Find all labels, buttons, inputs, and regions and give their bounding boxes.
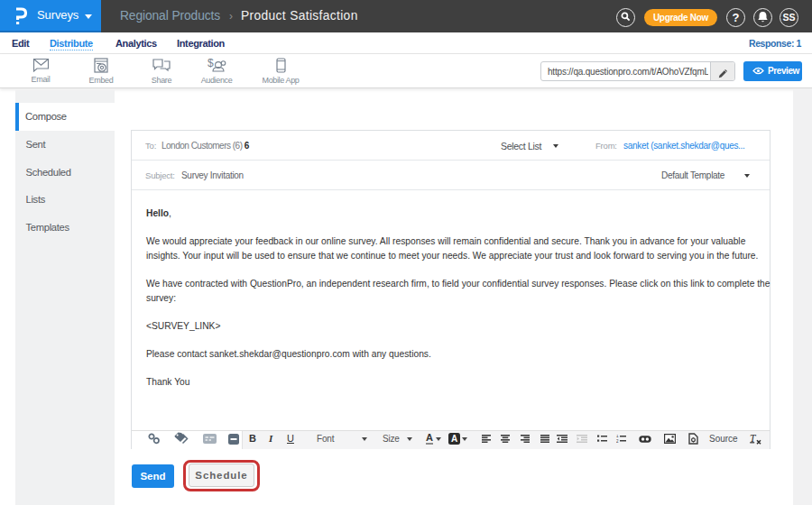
svg-text:$: $ — [208, 58, 214, 69]
svg-text:2: 2 — [616, 439, 619, 443]
svg-text:T: T — [750, 433, 757, 444]
